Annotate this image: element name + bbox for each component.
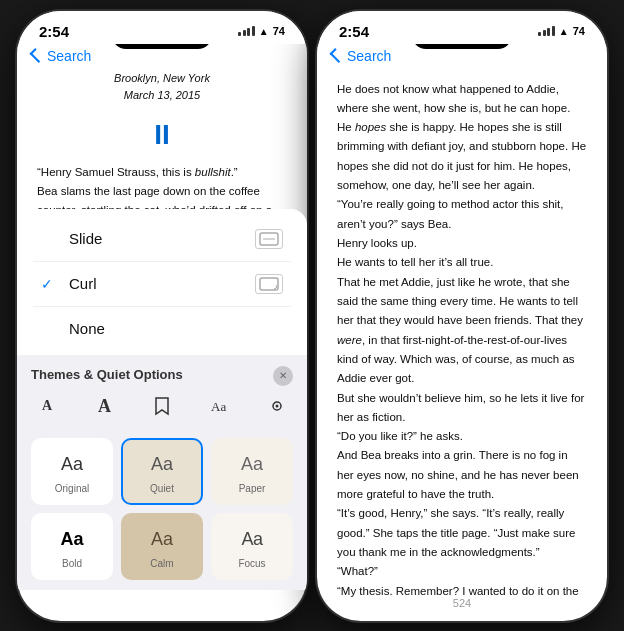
signal-icon <box>238 26 255 36</box>
slide-panel: Slide ✓ Curl None <box>17 209 307 589</box>
book-content-right: He does not know what happened to Addie,… <box>317 70 607 600</box>
theme-card-calm[interactable]: Aa Calm <box>121 513 203 580</box>
right-para-8: And Bea breaks into a grin. There is no … <box>337 446 587 504</box>
battery-label: 74 <box>273 25 285 37</box>
right-para-1: He does not know what happened to Addie,… <box>337 80 587 196</box>
theme-name-quiet: Quiet <box>150 481 174 497</box>
right-para-6: But she wouldn’t believe him, so he lets… <box>337 389 587 428</box>
right-para-7: “Do you like it?” he asks. <box>337 427 587 446</box>
font-size-large-button[interactable]: A <box>89 392 121 420</box>
page-number: 524 <box>317 597 607 609</box>
svg-point-5 <box>276 404 279 407</box>
slide-option-slide[interactable]: Slide <box>33 217 291 262</box>
time-left: 2:54 <box>39 23 69 40</box>
status-icons-left: ▲ 74 <box>238 25 285 37</box>
right-para-10: “What?” <box>337 562 587 581</box>
wifi-icon-right: ▲ <box>559 26 569 37</box>
svg-text:Aa: Aa <box>211 399 226 414</box>
theme-card-quiet[interactable]: Aa Quiet <box>121 438 203 505</box>
themes-header: Themes & Quiet Options ✕ <box>31 365 293 386</box>
right-para-5: That he met Addie, just like he wrote, t… <box>337 273 587 389</box>
book-para-1: “Henry Samuel Strauss, this is bullshit.… <box>37 163 287 182</box>
theme-card-original[interactable]: Aa Original <box>31 438 113 505</box>
right-para-9: “It’s good, Henry,” she says. “It’s real… <box>337 504 587 562</box>
themes-grid: Aa Original Aa Quiet Aa Paper Aa Bold <box>17 434 307 590</box>
themes-section: Themes & Quiet Options ✕ A A Aa <box>17 355 307 434</box>
theme-card-paper[interactable]: Aa Paper <box>211 438 293 505</box>
theme-card-focus[interactable]: Aa Focus <box>211 513 293 580</box>
right-para-3: Henry looks up. <box>337 234 587 253</box>
bookmark-button[interactable] <box>146 392 178 420</box>
theme-card-bold[interactable]: Aa Bold <box>31 513 113 580</box>
back-label-right: Search <box>347 48 391 64</box>
left-phone: 2:54 ▲ 74 Search Brooklyn, New <box>17 11 307 621</box>
back-button-right[interactable]: Search <box>333 48 391 64</box>
status-bar-left: 2:54 ▲ 74 <box>17 11 307 44</box>
curl-check: ✓ <box>41 273 61 295</box>
right-para-4: He wants to tell her it’s all true. <box>337 253 587 272</box>
display-options-button[interactable] <box>261 392 293 420</box>
battery-label-right: 74 <box>573 25 585 37</box>
theme-aa-focus: Aa <box>241 525 262 554</box>
theme-name-bold: Bold <box>62 556 82 572</box>
themes-title: Themes & Quiet Options <box>31 365 183 386</box>
theme-aa-calm: Aa <box>151 525 173 554</box>
status-icons-right: ▲ 74 <box>538 25 585 37</box>
status-bar-right: 2:54 ▲ 74 <box>317 11 607 44</box>
back-button-left[interactable]: Search <box>33 48 91 64</box>
slide-label: Slide <box>61 227 255 251</box>
back-label-left: Search <box>47 48 91 64</box>
chevron-left-icon-right <box>330 48 345 63</box>
signal-icon-right <box>538 26 555 36</box>
font-button[interactable]: Aa <box>204 392 236 420</box>
book-content-left: Brooklyn, New York March 13, 2015 II “He… <box>17 70 307 590</box>
slide-option-curl[interactable]: ✓ Curl <box>33 262 291 307</box>
book-location: Brooklyn, New York <box>114 72 210 84</box>
book-header: Brooklyn, New York March 13, 2015 <box>37 70 287 105</box>
right-para-2: “You’re really going to method actor thi… <box>337 195 587 234</box>
wifi-icon: ▲ <box>259 26 269 37</box>
theme-name-paper: Paper <box>239 481 266 497</box>
slide-option-none[interactable]: None <box>33 307 291 351</box>
right-phone: 2:54 ▲ 74 Search He does not know what <box>317 11 607 621</box>
theme-aa-quiet: Aa <box>151 450 173 479</box>
theme-aa-bold: Aa <box>60 525 83 554</box>
theme-name-focus: Focus <box>238 556 265 572</box>
time-right: 2:54 <box>339 23 369 40</box>
theme-aa-paper: Aa <box>241 450 263 479</box>
theme-aa-original: Aa <box>61 450 83 479</box>
chevron-left-icon <box>30 48 45 63</box>
slide-icon <box>255 229 283 249</box>
chapter-number: II <box>37 113 287 158</box>
book-date: March 13, 2015 <box>124 89 200 101</box>
slide-options: Slide ✓ Curl None <box>17 209 307 355</box>
theme-name-calm: Calm <box>150 556 173 572</box>
none-label: None <box>61 317 283 341</box>
font-size-small-button[interactable]: A <box>31 392 63 420</box>
toolbar-row: A A Aa <box>31 392 293 420</box>
close-button[interactable]: ✕ <box>273 366 293 386</box>
theme-name-original: Original <box>55 481 89 497</box>
curl-label: Curl <box>61 272 255 296</box>
curl-icon <box>255 274 283 294</box>
